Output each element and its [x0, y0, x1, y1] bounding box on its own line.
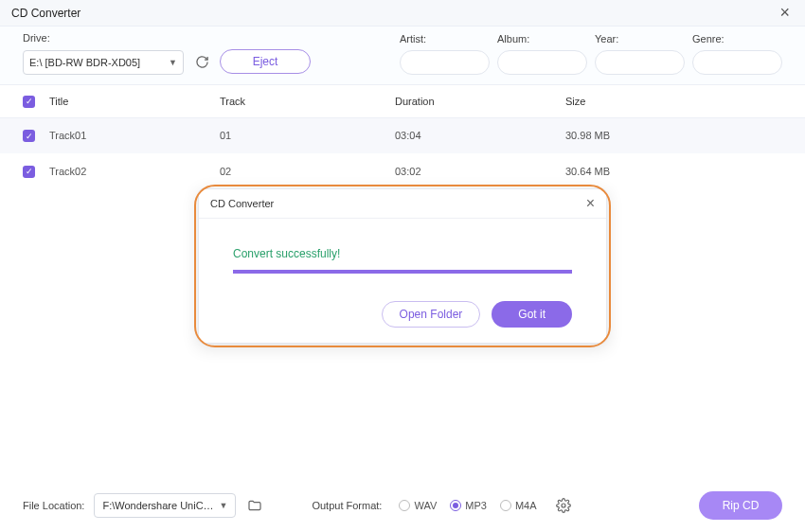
- window-title: CD Converter: [11, 7, 80, 20]
- progress-bar: [233, 270, 572, 274]
- artist-label: Artist:: [400, 33, 490, 44]
- file-location-value: F:\Wondershare UniConverter: [102, 500, 219, 511]
- file-location-select[interactable]: F:\Wondershare UniConverter ▼: [94, 493, 236, 518]
- success-message: Convert successfully!: [233, 247, 572, 260]
- radio-label: MP3: [465, 500, 487, 511]
- row-checkbox[interactable]: ✓: [23, 166, 35, 178]
- col-size: Size: [565, 96, 782, 107]
- cell-title: Track01: [49, 130, 220, 141]
- open-folder-button[interactable]: Open Folder: [382, 301, 481, 328]
- table-row[interactable]: ✓ Track01 01 03:04 30.98 MB: [0, 118, 805, 154]
- artist-group: Artist:: [400, 33, 490, 75]
- format-m4a[interactable]: M4A: [500, 500, 537, 511]
- svg-point-0: [562, 504, 565, 507]
- cell-size: 30.64 MB: [565, 166, 782, 177]
- success-modal-wrap: CD Converter × Convert successfully! Ope…: [194, 185, 611, 347]
- modal-header: CD Converter ×: [199, 189, 606, 219]
- format-radio-group: WAV MP3 M4A: [399, 500, 536, 511]
- chevron-down-icon: ▼: [169, 58, 177, 67]
- radio-icon: [399, 500, 410, 511]
- col-title: Title: [49, 96, 220, 107]
- footer-bar: File Location: F:\Wondershare UniConvert…: [0, 479, 805, 532]
- format-mp3[interactable]: MP3: [450, 500, 487, 511]
- drive-select[interactable]: E:\ [BD-RW BDR-XD05] ▼: [23, 50, 184, 75]
- cell-size: 30.98 MB: [565, 130, 782, 141]
- col-duration: Duration: [395, 96, 565, 107]
- drive-group: Drive: E:\ [BD-RW BDR-XD05] ▼ Eject: [23, 32, 311, 75]
- cell-track: 01: [220, 130, 395, 141]
- radio-label: M4A: [515, 500, 537, 511]
- modal-close-icon[interactable]: ×: [586, 195, 595, 212]
- file-location-label: File Location:: [23, 500, 84, 511]
- genre-label: Genre:: [692, 33, 782, 44]
- refresh-icon[interactable]: [191, 51, 212, 72]
- year-label: Year:: [595, 33, 685, 44]
- cell-duration: 03:04: [395, 130, 565, 141]
- year-group: Year:: [595, 33, 685, 75]
- chevron-down-icon: ▼: [220, 501, 228, 510]
- row-checkbox[interactable]: ✓: [23, 130, 35, 142]
- got-it-button[interactable]: Got it: [492, 301, 572, 328]
- genre-group: Genre:: [692, 33, 782, 75]
- genre-input[interactable]: [692, 50, 782, 75]
- settings-icon[interactable]: [556, 496, 575, 515]
- radio-icon: [450, 500, 461, 511]
- album-input[interactable]: [497, 50, 587, 75]
- output-format-label: Output Format:: [312, 500, 382, 511]
- table-row[interactable]: ✓ Track02 02 03:02 30.64 MB: [0, 153, 805, 189]
- album-group: Album:: [497, 33, 587, 75]
- cell-track: 02: [220, 166, 395, 177]
- rip-cd-button[interactable]: Rip CD: [699, 491, 782, 520]
- close-icon[interactable]: ×: [776, 3, 794, 23]
- modal-body: Convert successfully!: [199, 219, 606, 288]
- drive-value: E:\ [BD-RW BDR-XD05]: [29, 57, 140, 68]
- cell-title: Track02: [49, 166, 220, 177]
- filter-bar: Drive: E:\ [BD-RW BDR-XD05] ▼ Eject Arti…: [0, 27, 805, 84]
- drive-label: Drive:: [23, 32, 311, 44]
- modal-title: CD Converter: [210, 198, 274, 209]
- success-modal: CD Converter × Convert successfully! Ope…: [198, 188, 607, 344]
- eject-button[interactable]: Eject: [220, 49, 311, 74]
- table-header: ✓ Title Track Duration Size: [0, 84, 805, 118]
- radio-icon: [500, 500, 511, 511]
- year-input[interactable]: [595, 50, 685, 75]
- artist-input[interactable]: [400, 50, 490, 75]
- select-all-checkbox[interactable]: ✓: [23, 96, 35, 108]
- format-wav[interactable]: WAV: [399, 500, 437, 511]
- window-header: CD Converter ×: [0, 0, 805, 27]
- cell-duration: 03:02: [395, 166, 565, 177]
- modal-actions: Open Folder Got it: [199, 288, 606, 343]
- album-label: Album:: [497, 33, 587, 44]
- folder-icon[interactable]: [245, 496, 264, 515]
- radio-label: WAV: [414, 500, 437, 511]
- col-track: Track: [220, 96, 395, 107]
